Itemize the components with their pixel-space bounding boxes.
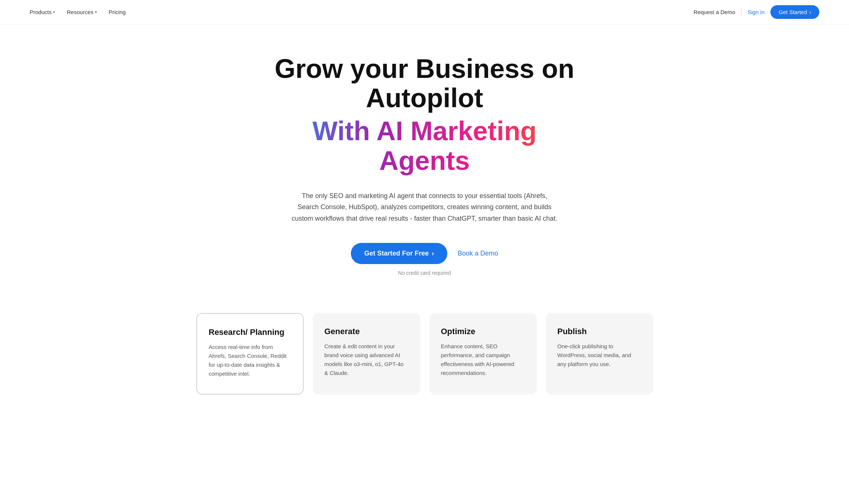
card-research-desc: Access real-time info from Ahrefs, Searc…	[209, 343, 291, 378]
nav-links: Products ▾ Resources ▾ Pricing	[30, 9, 126, 15]
card-optimize-title: Optimize	[441, 326, 525, 337]
card-research: Research/ Planning Access real-time info…	[196, 313, 304, 395]
hero-subtitle: The only SEO and marketing AI agent that…	[291, 190, 558, 224]
get-started-free-button[interactable]: Get Started For Free ›	[351, 243, 447, 264]
get-started-free-label: Get Started For Free	[364, 250, 429, 257]
nav-pricing[interactable]: Pricing	[109, 9, 126, 15]
card-optimize-desc: Enhance content, SEO performance, and ca…	[441, 342, 525, 378]
feature-cards-section: Research/ Planning Access real-time info…	[0, 298, 849, 395]
hero-cta-row: Get Started For Free › Book a Demo	[265, 243, 584, 264]
card-generate-title: Generate	[325, 326, 408, 337]
resources-chevron-icon: ▾	[95, 10, 97, 14]
card-optimize: Optimize Enhance content, SEO performanc…	[429, 313, 537, 395]
products-chevron-icon: ▾	[53, 10, 55, 14]
hero-title-line2: With AI Marketing Agents	[265, 116, 584, 175]
book-demo-button[interactable]: Book a Demo	[458, 250, 498, 257]
no-credit-text: No credit card required	[265, 270, 584, 276]
nav-products[interactable]: Products ▾	[30, 9, 55, 15]
nav-divider	[741, 9, 741, 16]
nav-resources[interactable]: Resources ▾	[67, 9, 97, 15]
get-started-nav-label: Get Started	[779, 9, 807, 15]
get-started-free-arrow-icon: ›	[432, 250, 434, 257]
navbar: Products ▾ Resources ▾ Pricing Request a…	[0, 0, 849, 24]
card-generate: Generate Create & edit content in your b…	[313, 313, 420, 395]
card-generate-desc: Create & edit content in your brand voic…	[325, 342, 408, 378]
get-started-nav-arrow-icon: ›	[809, 9, 811, 15]
sign-in-link[interactable]: Sign in	[747, 9, 764, 15]
card-publish: Publish One-click publishing to WordPres…	[546, 313, 653, 395]
request-demo-link[interactable]: Request a Demo	[694, 9, 736, 15]
card-publish-desc: One-click publishing to WordPress, socia…	[557, 342, 641, 369]
pricing-label: Pricing	[109, 9, 126, 15]
hero-title-line1: Grow your Business on Autopilot	[265, 54, 584, 113]
card-publish-title: Publish	[557, 326, 641, 337]
nav-left: Products ▾ Resources ▾ Pricing	[30, 9, 126, 15]
get-started-nav-button[interactable]: Get Started ›	[770, 5, 819, 19]
card-research-title: Research/ Planning	[209, 327, 291, 338]
hero-section: Grow your Business on Autopilot With AI …	[258, 24, 592, 298]
products-label: Products	[30, 9, 52, 15]
resources-label: Resources	[67, 9, 93, 15]
nav-right: Request a Demo Sign in Get Started ›	[694, 5, 819, 19]
